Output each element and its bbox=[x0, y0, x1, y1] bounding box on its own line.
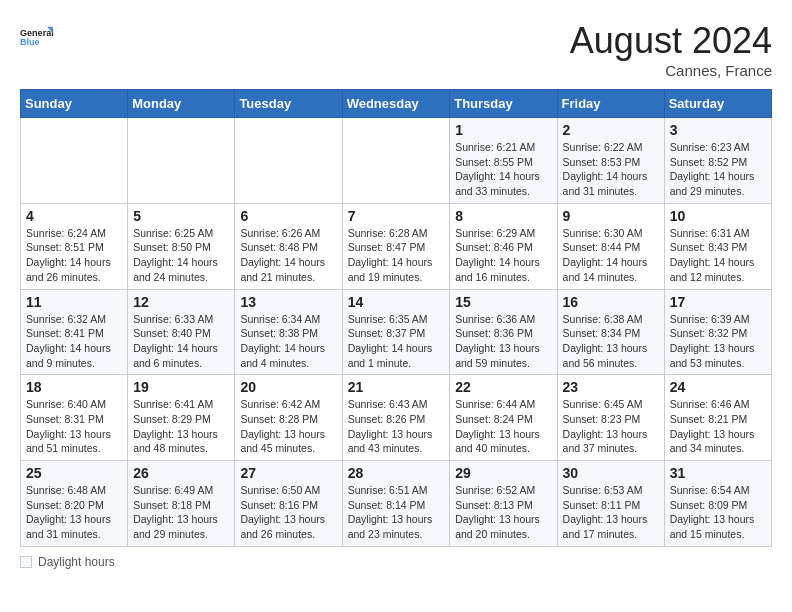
day-info: Sunrise: 6:22 AM Sunset: 8:53 PM Dayligh… bbox=[563, 140, 659, 199]
day-number: 1 bbox=[455, 122, 551, 138]
day-info: Sunrise: 6:51 AM Sunset: 8:14 PM Dayligh… bbox=[348, 483, 445, 542]
day-info: Sunrise: 6:31 AM Sunset: 8:43 PM Dayligh… bbox=[670, 226, 766, 285]
day-number: 5 bbox=[133, 208, 229, 224]
logo-svg: General Blue bbox=[20, 20, 54, 54]
calendar-day-cell bbox=[21, 118, 128, 204]
day-number: 23 bbox=[563, 379, 659, 395]
day-info: Sunrise: 6:26 AM Sunset: 8:48 PM Dayligh… bbox=[240, 226, 336, 285]
calendar-day-cell: 16Sunrise: 6:38 AM Sunset: 8:34 PM Dayli… bbox=[557, 289, 664, 375]
calendar-day-cell: 23Sunrise: 6:45 AM Sunset: 8:23 PM Dayli… bbox=[557, 375, 664, 461]
day-info: Sunrise: 6:45 AM Sunset: 8:23 PM Dayligh… bbox=[563, 397, 659, 456]
day-number: 22 bbox=[455, 379, 551, 395]
calendar-week-row: 11Sunrise: 6:32 AM Sunset: 8:41 PM Dayli… bbox=[21, 289, 772, 375]
day-info: Sunrise: 6:38 AM Sunset: 8:34 PM Dayligh… bbox=[563, 312, 659, 371]
calendar-day-cell: 5Sunrise: 6:25 AM Sunset: 8:50 PM Daylig… bbox=[128, 203, 235, 289]
day-info: Sunrise: 6:39 AM Sunset: 8:32 PM Dayligh… bbox=[670, 312, 766, 371]
day-info: Sunrise: 6:30 AM Sunset: 8:44 PM Dayligh… bbox=[563, 226, 659, 285]
day-number: 28 bbox=[348, 465, 445, 481]
calendar-day-header: Friday bbox=[557, 90, 664, 118]
day-number: 13 bbox=[240, 294, 336, 310]
day-info: Sunrise: 6:41 AM Sunset: 8:29 PM Dayligh… bbox=[133, 397, 229, 456]
day-number: 12 bbox=[133, 294, 229, 310]
calendar-day-cell: 28Sunrise: 6:51 AM Sunset: 8:14 PM Dayli… bbox=[342, 461, 450, 547]
day-info: Sunrise: 6:49 AM Sunset: 8:18 PM Dayligh… bbox=[133, 483, 229, 542]
day-info: Sunrise: 6:23 AM Sunset: 8:52 PM Dayligh… bbox=[670, 140, 766, 199]
day-info: Sunrise: 6:25 AM Sunset: 8:50 PM Dayligh… bbox=[133, 226, 229, 285]
calendar-day-cell bbox=[235, 118, 342, 204]
day-number: 19 bbox=[133, 379, 229, 395]
calendar-week-row: 25Sunrise: 6:48 AM Sunset: 8:20 PM Dayli… bbox=[21, 461, 772, 547]
day-number: 6 bbox=[240, 208, 336, 224]
day-info: Sunrise: 6:35 AM Sunset: 8:37 PM Dayligh… bbox=[348, 312, 445, 371]
day-number: 25 bbox=[26, 465, 122, 481]
day-number: 10 bbox=[670, 208, 766, 224]
day-number: 17 bbox=[670, 294, 766, 310]
day-number: 21 bbox=[348, 379, 445, 395]
calendar-day-cell: 29Sunrise: 6:52 AM Sunset: 8:13 PM Dayli… bbox=[450, 461, 557, 547]
calendar-day-cell bbox=[342, 118, 450, 204]
day-number: 31 bbox=[670, 465, 766, 481]
calendar-day-header: Saturday bbox=[664, 90, 771, 118]
day-number: 9 bbox=[563, 208, 659, 224]
calendar-day-header: Tuesday bbox=[235, 90, 342, 118]
calendar-day-cell: 4Sunrise: 6:24 AM Sunset: 8:51 PM Daylig… bbox=[21, 203, 128, 289]
day-number: 15 bbox=[455, 294, 551, 310]
day-info: Sunrise: 6:33 AM Sunset: 8:40 PM Dayligh… bbox=[133, 312, 229, 371]
calendar-day-cell: 1Sunrise: 6:21 AM Sunset: 8:55 PM Daylig… bbox=[450, 118, 557, 204]
calendar-week-row: 1Sunrise: 6:21 AM Sunset: 8:55 PM Daylig… bbox=[21, 118, 772, 204]
calendar-day-cell: 21Sunrise: 6:43 AM Sunset: 8:26 PM Dayli… bbox=[342, 375, 450, 461]
day-info: Sunrise: 6:50 AM Sunset: 8:16 PM Dayligh… bbox=[240, 483, 336, 542]
day-number: 24 bbox=[670, 379, 766, 395]
calendar-header-row: SundayMondayTuesdayWednesdayThursdayFrid… bbox=[21, 90, 772, 118]
calendar-day-cell: 27Sunrise: 6:50 AM Sunset: 8:16 PM Dayli… bbox=[235, 461, 342, 547]
calendar-day-cell: 18Sunrise: 6:40 AM Sunset: 8:31 PM Dayli… bbox=[21, 375, 128, 461]
calendar-day-cell: 13Sunrise: 6:34 AM Sunset: 8:38 PM Dayli… bbox=[235, 289, 342, 375]
calendar-day-header: Thursday bbox=[450, 90, 557, 118]
month-year: August 2024 bbox=[570, 20, 772, 62]
page-header: General Blue August 2024 Cannes, France bbox=[20, 20, 772, 79]
calendar-day-cell: 30Sunrise: 6:53 AM Sunset: 8:11 PM Dayli… bbox=[557, 461, 664, 547]
title-block: August 2024 Cannes, France bbox=[570, 20, 772, 79]
day-info: Sunrise: 6:48 AM Sunset: 8:20 PM Dayligh… bbox=[26, 483, 122, 542]
day-number: 7 bbox=[348, 208, 445, 224]
day-info: Sunrise: 6:24 AM Sunset: 8:51 PM Dayligh… bbox=[26, 226, 122, 285]
calendar-day-cell: 2Sunrise: 6:22 AM Sunset: 8:53 PM Daylig… bbox=[557, 118, 664, 204]
calendar-day-cell: 24Sunrise: 6:46 AM Sunset: 8:21 PM Dayli… bbox=[664, 375, 771, 461]
calendar-day-cell: 6Sunrise: 6:26 AM Sunset: 8:48 PM Daylig… bbox=[235, 203, 342, 289]
day-number: 2 bbox=[563, 122, 659, 138]
calendar-day-cell: 10Sunrise: 6:31 AM Sunset: 8:43 PM Dayli… bbox=[664, 203, 771, 289]
logo: General Blue bbox=[20, 20, 54, 54]
calendar-week-row: 4Sunrise: 6:24 AM Sunset: 8:51 PM Daylig… bbox=[21, 203, 772, 289]
svg-text:General: General bbox=[20, 28, 54, 38]
daylight-label: Daylight hours bbox=[38, 555, 115, 569]
calendar-day-cell: 19Sunrise: 6:41 AM Sunset: 8:29 PM Dayli… bbox=[128, 375, 235, 461]
svg-text:Blue: Blue bbox=[20, 37, 40, 47]
day-info: Sunrise: 6:28 AM Sunset: 8:47 PM Dayligh… bbox=[348, 226, 445, 285]
day-info: Sunrise: 6:29 AM Sunset: 8:46 PM Dayligh… bbox=[455, 226, 551, 285]
calendar-day-cell: 20Sunrise: 6:42 AM Sunset: 8:28 PM Dayli… bbox=[235, 375, 342, 461]
calendar-day-header: Sunday bbox=[21, 90, 128, 118]
day-number: 27 bbox=[240, 465, 336, 481]
calendar-day-cell: 11Sunrise: 6:32 AM Sunset: 8:41 PM Dayli… bbox=[21, 289, 128, 375]
calendar-footer: Daylight hours bbox=[20, 555, 772, 569]
day-info: Sunrise: 6:42 AM Sunset: 8:28 PM Dayligh… bbox=[240, 397, 336, 456]
day-info: Sunrise: 6:54 AM Sunset: 8:09 PM Dayligh… bbox=[670, 483, 766, 542]
day-info: Sunrise: 6:43 AM Sunset: 8:26 PM Dayligh… bbox=[348, 397, 445, 456]
day-number: 11 bbox=[26, 294, 122, 310]
day-number: 20 bbox=[240, 379, 336, 395]
day-info: Sunrise: 6:36 AM Sunset: 8:36 PM Dayligh… bbox=[455, 312, 551, 371]
daylight-indicator bbox=[20, 556, 32, 568]
calendar-day-cell: 12Sunrise: 6:33 AM Sunset: 8:40 PM Dayli… bbox=[128, 289, 235, 375]
calendar-day-cell bbox=[128, 118, 235, 204]
day-info: Sunrise: 6:53 AM Sunset: 8:11 PM Dayligh… bbox=[563, 483, 659, 542]
calendar-day-cell: 26Sunrise: 6:49 AM Sunset: 8:18 PM Dayli… bbox=[128, 461, 235, 547]
calendar-day-header: Wednesday bbox=[342, 90, 450, 118]
day-info: Sunrise: 6:44 AM Sunset: 8:24 PM Dayligh… bbox=[455, 397, 551, 456]
day-info: Sunrise: 6:46 AM Sunset: 8:21 PM Dayligh… bbox=[670, 397, 766, 456]
day-number: 8 bbox=[455, 208, 551, 224]
day-number: 29 bbox=[455, 465, 551, 481]
day-number: 30 bbox=[563, 465, 659, 481]
day-info: Sunrise: 6:32 AM Sunset: 8:41 PM Dayligh… bbox=[26, 312, 122, 371]
day-number: 16 bbox=[563, 294, 659, 310]
calendar-day-cell: 17Sunrise: 6:39 AM Sunset: 8:32 PM Dayli… bbox=[664, 289, 771, 375]
